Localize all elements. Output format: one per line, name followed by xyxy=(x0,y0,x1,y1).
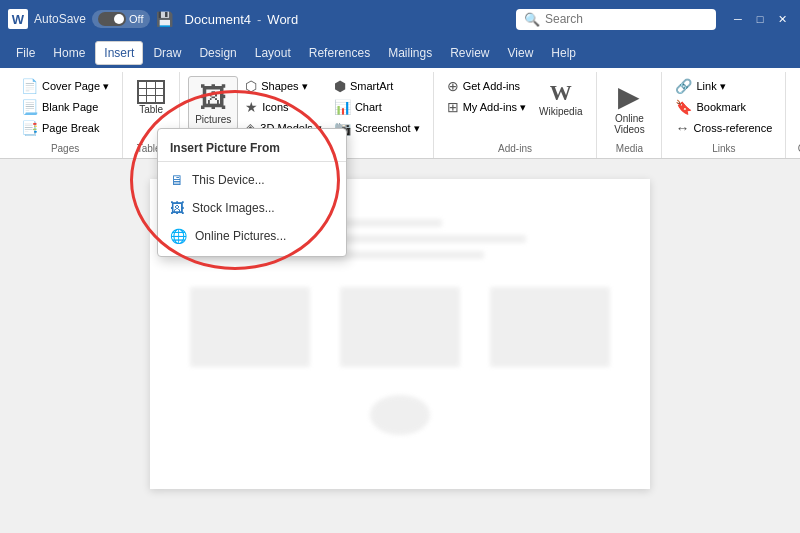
stock-images-label: Stock Images... xyxy=(192,201,275,215)
tc5 xyxy=(147,89,154,95)
link-button[interactable]: 🔗 Link ▾ xyxy=(670,76,777,96)
bookmark-button[interactable]: 🔖 Bookmark xyxy=(670,97,777,117)
save-icon[interactable]: 💾 xyxy=(156,11,173,27)
links-buttons: 🔗 Link ▾ 🔖 Bookmark ↔ Cross-reference xyxy=(670,76,777,139)
search-icon: 🔍 xyxy=(524,12,540,27)
menu-mailings[interactable]: Mailings xyxy=(380,42,440,64)
pictures-label: Pictures xyxy=(195,114,231,125)
menu-file[interactable]: File xyxy=(8,42,43,64)
my-addins-icon: ⊞ xyxy=(447,99,459,115)
toggle-state-label: Off xyxy=(129,13,143,25)
pages-group-label: Pages xyxy=(16,139,114,154)
page-break-button[interactable]: 📑 Page Break xyxy=(16,118,114,138)
shapes-icon: ⬡ xyxy=(245,78,257,94)
menu-references[interactable]: References xyxy=(301,42,378,64)
tc4 xyxy=(139,89,146,95)
ribbon-group-pages: 📄 Cover Page ▾ 📃 Blank Page 📑 Page Break… xyxy=(8,72,123,158)
smartart-label: SmartArt xyxy=(350,80,393,92)
icons-button[interactable]: ★ Icons xyxy=(240,97,327,117)
title-bar-left: W AutoSave Off 💾 Document4 - Word xyxy=(8,9,400,29)
document-name: Document4 xyxy=(185,12,251,27)
icons-icon: ★ xyxy=(245,99,258,115)
menu-layout[interactable]: Layout xyxy=(247,42,299,64)
this-device-label: This Device... xyxy=(192,173,265,187)
menu-view[interactable]: View xyxy=(500,42,542,64)
ribbon-group-comments: 💬 Comment Comments xyxy=(786,72,800,158)
online-pictures-item[interactable]: 🌐 Online Pictures... xyxy=(158,222,346,250)
app-name-title: Word xyxy=(267,12,298,27)
wikipedia-icon: W xyxy=(550,80,572,106)
link-label: Link ▾ xyxy=(696,80,725,93)
icons-label: Icons xyxy=(262,101,288,113)
tc1 xyxy=(139,82,146,88)
title-bar: W AutoSave Off 💾 Document4 - Word 🔍 ─ □ … xyxy=(0,0,800,38)
online-videos-label: OnlineVideos xyxy=(614,113,644,135)
media-buttons: ▶ OnlineVideos xyxy=(605,76,653,139)
blank-page-button[interactable]: 📃 Blank Page xyxy=(16,97,114,117)
media-group-label: Media xyxy=(605,139,653,154)
wikipedia-button[interactable]: W Wikipedia xyxy=(533,76,588,121)
search-input[interactable] xyxy=(545,12,695,26)
menu-design[interactable]: Design xyxy=(191,42,244,64)
comments-group-label: Comments xyxy=(794,139,800,154)
screenshot-label: Screenshot ▾ xyxy=(355,122,420,135)
my-addins-button[interactable]: ⊞ My Add-ins ▾ xyxy=(442,97,531,117)
pictures-button[interactable]: 🖼 Pictures xyxy=(188,76,238,130)
shapes-label: Shapes ▾ xyxy=(261,80,307,93)
this-device-item[interactable]: 🖥 This Device... xyxy=(158,166,346,194)
links-group-label: Links xyxy=(670,139,777,154)
toggle-thumb xyxy=(114,14,124,24)
stock-images-item[interactable]: 🖼 Stock Images... xyxy=(158,194,346,222)
smartart-button[interactable]: ⬢ SmartArt xyxy=(329,76,425,96)
pages-col: 📄 Cover Page ▾ 📃 Blank Page 📑 Page Break xyxy=(16,76,114,138)
ribbon-group-media: ▶ OnlineVideos Media xyxy=(597,72,662,158)
menu-draw[interactable]: Draw xyxy=(145,42,189,64)
cover-page-button[interactable]: 📄 Cover Page ▾ xyxy=(16,76,114,96)
ribbon-group-links: 🔗 Link ▾ 🔖 Bookmark ↔ Cross-reference Li… xyxy=(662,72,786,158)
my-addins-label: My Add-ins ▾ xyxy=(463,101,526,114)
chart-label: Chart xyxy=(355,101,382,113)
online-pictures-label: Online Pictures... xyxy=(195,229,286,243)
shapes-button[interactable]: ⬡ Shapes ▾ xyxy=(240,76,327,96)
dropdown-title: Insert Picture From xyxy=(158,135,346,162)
bookmark-label: Bookmark xyxy=(696,101,746,113)
menu-help[interactable]: Help xyxy=(543,42,584,64)
menu-home[interactable]: Home xyxy=(45,42,93,64)
stock-images-icon: 🖼 xyxy=(170,200,184,216)
menu-insert[interactable]: Insert xyxy=(95,41,143,65)
title-bar-right: 🔍 ─ □ ✕ xyxy=(400,9,792,30)
tc7 xyxy=(139,96,146,102)
addins-group-label: Add-ins xyxy=(442,139,589,154)
menu-bar: File Home Insert Draw Design Layout Refe… xyxy=(0,38,800,68)
toggle-track xyxy=(98,12,126,26)
maximize-button[interactable]: □ xyxy=(750,9,770,29)
chart-button[interactable]: 📊 Chart xyxy=(329,97,425,117)
word-logo-letter: W xyxy=(12,12,24,27)
online-videos-icon: ▶ xyxy=(618,80,640,113)
online-videos-button[interactable]: ▶ OnlineVideos xyxy=(605,76,653,139)
autosave-label: AutoSave xyxy=(34,12,86,26)
tc8 xyxy=(147,96,154,102)
pictures-icon: 🖼 xyxy=(199,81,227,114)
get-addins-icon: ⊕ xyxy=(447,78,459,94)
cross-reference-button[interactable]: ↔ Cross-reference xyxy=(670,118,777,138)
ribbon-group-addins: ⊕ Get Add-ins ⊞ My Add-ins ▾ W Wikipedia… xyxy=(434,72,598,158)
link-icon: 🔗 xyxy=(675,78,692,94)
app-logo: W xyxy=(8,9,28,29)
get-addins-button[interactable]: ⊕ Get Add-ins xyxy=(442,76,531,96)
autosave-toggle[interactable]: Off xyxy=(92,10,149,28)
comments-buttons: 💬 Comment xyxy=(794,76,800,139)
table-button[interactable]: Table xyxy=(131,76,171,119)
search-box: 🔍 xyxy=(516,9,716,30)
tc9 xyxy=(156,96,163,102)
cover-page-icon: 📄 xyxy=(21,78,38,94)
blank-page-icon: 📃 xyxy=(21,99,38,115)
online-pictures-icon: 🌐 xyxy=(170,228,187,244)
table-icon xyxy=(137,80,165,104)
menu-review[interactable]: Review xyxy=(442,42,497,64)
minimize-button[interactable]: ─ xyxy=(728,9,748,29)
cross-reference-label: Cross-reference xyxy=(693,122,772,134)
comment-button[interactable]: 💬 Comment xyxy=(794,76,800,128)
cover-page-label: Cover Page ▾ xyxy=(42,80,109,93)
close-button[interactable]: ✕ xyxy=(772,9,792,29)
